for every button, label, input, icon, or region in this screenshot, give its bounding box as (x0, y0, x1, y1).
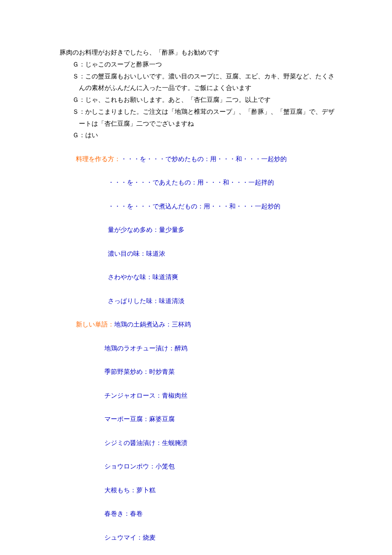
vocab-line: 地鶏のラオチュー漬け：醉鸡 (60, 331, 337, 355)
cooking-line: 料理を作る方：・・・を・・・で炒めたもの：用・・・和・・・一起炒的 (60, 142, 337, 165)
vocab-line: シュウマイ：烧麦 (60, 520, 337, 544)
cooking-line: さっぱりした味：味道清淡 (60, 283, 337, 307)
vocab-line: 春巻き：春卷 (60, 497, 337, 520)
vocab-cn: 生蚬腌渍 (162, 439, 187, 446)
cooking-jp: ・・・を・・・であえたもの： (108, 179, 197, 186)
cooking-line: ・・・を・・・で煮込んだもの：用・・・和・・・一起炒的 (60, 189, 337, 213)
vocab-cn: 时炒青菜 (149, 368, 175, 375)
vocab-line: シジミの醤油漬け：生蚬腌渍 (60, 425, 337, 449)
vocab-cn: 麻婆豆腐 (149, 416, 175, 422)
vocab-cn: 青椒肉丝 (162, 392, 187, 399)
vocab-line: 新しい単語：地鶏の土鍋煮込み：三杯鸡 (60, 307, 337, 331)
vocab-jp: 大根もち： (104, 487, 136, 494)
cooking-jp: 濃い目の味： (108, 250, 146, 257)
vocab-jp: シュウマイ： (104, 534, 143, 541)
dialog-line: 豚肉のお料理がお好きでしたら、「酢豚」もお勧めです (60, 47, 337, 59)
dialog-line: Ｇ：じゃ、これもお願いします。あと、「杏仁豆腐」二つ。以上です (60, 94, 337, 106)
cooking-cn: 味道清爽 (153, 274, 178, 280)
vocab-cn: 三杯鸡 (172, 321, 191, 328)
cooking-cn: 用・・・和・・・一起炒的 (204, 203, 280, 210)
dialog-line: Ｇ：はい (60, 130, 337, 142)
cooking-line: さわやかな味：味道清爽 (60, 260, 337, 284)
vocab-cn: 春卷 (130, 510, 143, 517)
vocab-cn: 萝卜糕 (136, 487, 156, 494)
cooking-jp: 量が少なめ多め： (108, 226, 159, 233)
vocab-line: チンジャオロース：青椒肉丝 (60, 378, 337, 402)
cooking-jp: さわやかな味： (108, 274, 153, 280)
cooking-jp: ・・・を・・・で煮込んだもの： (108, 203, 204, 210)
vocab-line: 大根もち：萝卜糕 (60, 473, 337, 497)
vocab-line: 季節野菜炒め：时炒青菜 (60, 355, 337, 379)
cooking-line: 量が少なめ多め：量少量多 (60, 213, 337, 237)
vocab-jp: チンジャオロース： (104, 392, 162, 399)
vocab-jp: 春巻き： (104, 510, 130, 517)
cooking-line: ・・・を・・・であえたもの：用・・・和・・・一起拌的 (60, 165, 337, 189)
vocab-label: 新しい単語： (76, 321, 114, 328)
vocab-cn: 烧麦 (143, 534, 156, 541)
dialog-line: Ｓ：かしこまりました。ご注文は「地鶏と椎茸のスープ」、「酢豚」、「蟹豆腐」で、デ… (60, 106, 337, 130)
vocab-jp: 地鶏の土鍋煮込み： (114, 321, 172, 328)
cooking-line: 濃い目の味：味道浓 (60, 236, 337, 260)
vocab-line: ショウロンポウ：小笼包 (60, 449, 337, 473)
vocab-line: マーポー豆腐：麻婆豆腐 (60, 402, 337, 426)
cooking-cn: 用・・・和・・・一起炒的 (210, 156, 287, 162)
vocab-jp: ショウロンポウ： (104, 463, 156, 470)
vocab-jp: マーポー豆腐： (104, 416, 149, 422)
vocab-jp: 地鶏のラオチュー漬け： (104, 345, 175, 352)
cooking-label: 料理を作る方： (76, 156, 121, 162)
vocab-jp: シジミの醤油漬け： (104, 439, 162, 446)
cooking-cn: 量少量多 (159, 226, 184, 233)
vocab-line: 唐辛子と鶏肉炒め：辣子鸡丁 (60, 544, 337, 555)
cooking-cn: 味道清淡 (159, 298, 184, 304)
cooking-cn: 用・・・和・・・一起拌的 (197, 179, 274, 186)
dialog-line: Ｇ：じゃこのスープと酢豚一つ (60, 59, 337, 71)
dialog-line: Ｓ：この蟹豆腐もおいしいです。濃い目のスープに、豆腐、エビ、カキ、野菜など、たく… (60, 71, 337, 95)
vocab-jp: 季節野菜炒め： (104, 368, 149, 375)
cooking-cn: 味道浓 (146, 250, 165, 257)
cooking-jp: ・・・を・・・で炒めたもの： (121, 156, 210, 162)
vocab-cn: 醉鸡 (175, 345, 187, 352)
vocab-cn: 小笼包 (156, 463, 175, 470)
cooking-jp: さっぱりした味： (108, 298, 159, 304)
